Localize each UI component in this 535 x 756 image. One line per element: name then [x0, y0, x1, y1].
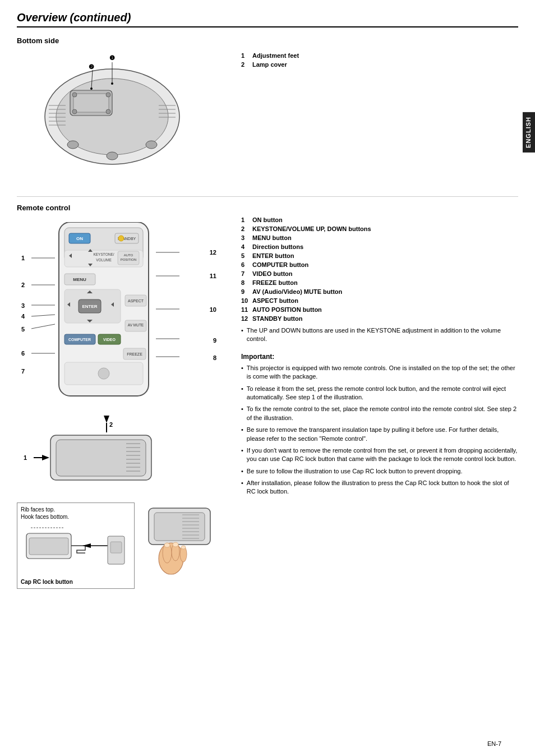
- svg-rect-78: [56, 440, 146, 476]
- list-item: 11 AUTO POSITION button: [241, 306, 518, 313]
- svg-rect-97: [110, 542, 122, 553]
- label-11: 11: [210, 273, 216, 279]
- remote-diagram-wrap: 1 2 3 4 5 6 7 12 11 10 9 8: [17, 216, 219, 407]
- label-2: 2: [21, 282, 25, 288]
- projector-svg1: 2 1: [17, 413, 185, 497]
- svg-point-12: [107, 152, 118, 160]
- label-12: 12: [210, 249, 216, 256]
- svg-rect-92: [29, 538, 68, 555]
- remote-control-section: Remote control 1 2 3 4 5 6 7 12 11 10: [17, 204, 518, 589]
- svg-rect-5: [73, 94, 109, 112]
- bottom-diagram-left: Rib faces top. Hook faces bottom.: [17, 503, 135, 589]
- list-item: 12 STANDBY button: [241, 315, 518, 322]
- svg-point-74: [98, 368, 109, 379]
- projector-remote-diagram1: 2 1: [17, 413, 185, 497]
- svg-text:ON: ON: [76, 236, 83, 241]
- page-number: EN-7: [487, 740, 501, 747]
- bottom-side-title: Bottom side: [17, 36, 230, 45]
- label-3: 3: [21, 302, 25, 309]
- label-10: 10: [210, 306, 216, 313]
- remote-control-content: 1 2 3 4 5 6 7 12 11 10 9 8: [17, 216, 518, 589]
- important-bullet-2: To release it from the set, press the re…: [241, 385, 518, 402]
- list-item: 3 MENU button: [241, 234, 518, 241]
- svg-marker-75: [104, 416, 109, 423]
- important-bullet-5: If you don't want to remove the remote c…: [241, 446, 518, 464]
- important-bullet-6: Be sure to follow the illustration to us…: [241, 467, 518, 476]
- remote-items-list: 1 ON button 2 KEYSTONE/VOLUME UP, DOWN b…: [241, 216, 518, 322]
- svg-point-8: [72, 109, 77, 114]
- svg-text:MENU: MENU: [73, 277, 86, 282]
- important-bullet-3: To fix the remote control to the set, pl…: [241, 405, 518, 422]
- svg-text:2: 2: [109, 421, 113, 428]
- svg-point-114: [181, 546, 186, 549]
- remote-body-svg: ON STANDBY KEYSTONE/ VOLUME: [48, 222, 160, 402]
- cap-rc-label: Cap RC lock button: [21, 579, 131, 585]
- svg-text:❷: ❷: [89, 63, 94, 70]
- svg-text:1: 1: [24, 454, 27, 461]
- svg-text:ENTER: ENTER: [82, 304, 97, 309]
- list-item: 8 FREEZE button: [241, 279, 518, 286]
- bottom-side-list: 1 Adjustment feet 2 Lamp cover: [241, 52, 518, 68]
- svg-point-24: [111, 82, 113, 85]
- important-bullet-7: After installation, please follow the il…: [241, 479, 518, 496]
- bottom-side-section: Bottom side ❶ ❷: [17, 36, 518, 190]
- remote-left: 1 2 3 4 5 6 7 12 11 10 9 8: [17, 216, 230, 589]
- svg-text:AV MUTE: AV MUTE: [128, 323, 144, 327]
- label-6: 6: [21, 350, 25, 357]
- english-tab: ENGLISH: [523, 112, 535, 153]
- label-4: 4: [21, 313, 25, 320]
- svg-point-10: [67, 141, 79, 149]
- list-item: 2 KEYSTONE/VOLUME UP, DOWN buttons: [241, 225, 518, 232]
- svg-text:FREEZE: FREEZE: [127, 352, 142, 356]
- svg-text:ASPECT: ASPECT: [128, 299, 144, 303]
- svg-point-113: [173, 542, 178, 547]
- list-item: 4 Direction buttons: [241, 243, 518, 250]
- bottom-diagram-right: [140, 503, 219, 577]
- page-title: Overview (continued): [17, 11, 518, 27]
- page: ENGLISH Overview (continued) Bottom side…: [0, 0, 535, 756]
- svg-text:❶: ❶: [109, 54, 115, 61]
- svg-text:VIDEO: VIDEO: [103, 338, 116, 342]
- svg-rect-99: [154, 513, 205, 541]
- svg-point-6: [72, 93, 77, 97]
- list-item: 9 AV (Audio/Video) MUTE button: [241, 288, 518, 295]
- remote-right: 1 ON button 2 KEYSTONE/VOLUME UP, DOWN b…: [241, 216, 518, 589]
- label-7: 7: [21, 368, 25, 375]
- bottom-side-left: Bottom side ❶ ❷: [17, 36, 230, 190]
- svg-point-7: [106, 93, 110, 97]
- svg-point-11: [146, 141, 157, 149]
- finger-svg: [140, 503, 219, 575]
- bottom-diagrams: Rib faces top. Hook faces bottom.: [17, 503, 230, 589]
- svg-text:VOLUME: VOLUME: [96, 258, 112, 262]
- list-item: 1 Adjustment feet: [241, 52, 518, 59]
- rib-label: Rib faces top.: [21, 506, 131, 513]
- hook-label: Hook faces bottom.: [21, 514, 131, 520]
- important-title: Important:: [241, 353, 518, 361]
- list-item: 1 ON button: [241, 216, 518, 223]
- section-divider: [17, 196, 518, 197]
- label-9: 9: [213, 337, 216, 344]
- list-item: 5 ENTER button: [241, 252, 518, 259]
- list-item: 10 ASPECT button: [241, 297, 518, 304]
- label-8: 8: [213, 354, 216, 361]
- label-1: 1: [21, 255, 25, 261]
- important-bullet-4: Be sure to remove the transparent insula…: [241, 426, 518, 443]
- svg-text:KEYSTONE/: KEYSTONE/: [93, 252, 114, 256]
- svg-point-9: [106, 109, 110, 114]
- remote-control-title: Remote control: [17, 204, 518, 212]
- cap-rc-svg: [21, 522, 127, 575]
- list-item: 7 VIDEO button: [241, 270, 518, 277]
- svg-marker-87: [42, 455, 49, 460]
- svg-text:COMPUTER: COMPUTER: [68, 338, 91, 342]
- svg-marker-94: [82, 543, 91, 548]
- list-item: 2 Lamp cover: [241, 61, 518, 68]
- svg-point-26: [90, 87, 93, 90]
- svg-text:POSITION: POSITION: [121, 258, 137, 261]
- important-section: Important: This projector is equipped wi…: [241, 353, 518, 496]
- remote-note-list: The UP and DOWN buttons are used in the …: [241, 326, 518, 344]
- svg-point-44: [118, 236, 124, 241]
- bottom-side-diagram: ❶ ❷: [17, 49, 207, 178]
- bottom-side-svg: ❶ ❷: [25, 52, 199, 176]
- bottom-side-right: 1 Adjustment feet 2 Lamp cover: [241, 36, 518, 190]
- important-bullet-1: This projector is equipped with two remo…: [241, 364, 518, 381]
